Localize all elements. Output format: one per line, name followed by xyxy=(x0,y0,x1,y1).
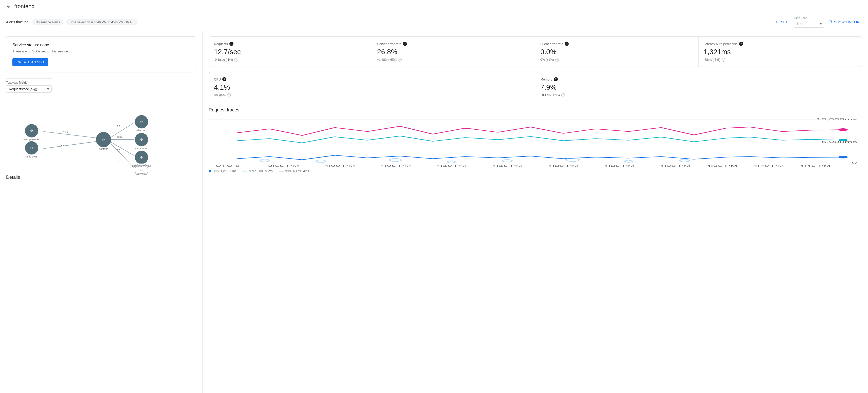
svg-point-41 xyxy=(838,156,848,158)
svg-text:services: services xyxy=(137,173,146,175)
requests-label: Requests xyxy=(214,42,228,46)
svg-text:adservice: adservice xyxy=(136,129,147,132)
svg-text:10,000ms: 10,000ms xyxy=(816,118,857,121)
topology-metric-wrap: Topology Metric Requests/sec (avg) Error… xyxy=(6,79,52,93)
metrics-grid-top: Requests ? 12.7/sec -0.1/sec (-1%) ? Ser… xyxy=(209,36,862,67)
memory-change: +0.17% (+2%) xyxy=(540,93,560,97)
svg-text:frontend: frontend xyxy=(99,148,108,150)
svg-text:loadgenerator: loadgenerator xyxy=(24,138,40,141)
svg-text:12.7: 12.7 xyxy=(63,131,68,134)
svg-text:4:40 PM: 4:40 PM xyxy=(753,164,784,167)
metric-client-error-rate: Client error rate ? 0.0% 0% (+1%) ? xyxy=(535,37,699,67)
svg-text:4:20 PM: 4:20 PM xyxy=(548,164,579,167)
svg-line-10 xyxy=(111,143,134,168)
details-divider xyxy=(6,182,196,182)
request-traces-chart[interactable]: 10,000ms 5,000ms 0 xyxy=(209,117,862,168)
metrics-grid-bottom: CPU ? 4.1% 0% (0%) ? Memory ? 7.9% +0.17… xyxy=(209,72,862,102)
timespan-select[interactable]: 1 hour 6 hours 1 day 1 week xyxy=(794,20,824,28)
timespan-control: Time Span 1 hour 6 hours 1 day 1 week xyxy=(794,17,824,28)
left-panel: Service status: none There are no SLOs s… xyxy=(0,31,203,393)
server-error-change: +1.28% (+5%) xyxy=(377,58,397,62)
latency-50-info-icon[interactable]: ? xyxy=(739,42,743,46)
requests-change: -0.1/sec (-1%) xyxy=(214,58,233,62)
svg-point-49 xyxy=(680,159,689,162)
svg-text:⚙: ⚙ xyxy=(140,155,143,159)
svg-text:4:05 PM: 4:05 PM xyxy=(380,164,411,167)
legend-50pct: 50%: 1,295.36ms xyxy=(209,170,236,173)
timeline-icon: ⏱ xyxy=(828,20,833,24)
show-timeline-label: SHOW TIMELINE xyxy=(834,20,862,24)
svg-point-46 xyxy=(503,159,512,162)
requests-change-help[interactable]: ? xyxy=(235,58,238,62)
server-error-label: Server error rate xyxy=(377,42,401,46)
svg-text:⚙: ⚙ xyxy=(102,138,105,142)
svg-text:-: - xyxy=(118,160,119,163)
metric-latency-50th: Latency 50th percentile ? 1,321ms -68ms … xyxy=(699,37,862,67)
client-error-change: 0% (+1%) xyxy=(540,58,554,62)
svg-text:⚙: ⚙ xyxy=(30,129,33,133)
latency-50-value: 1,321ms xyxy=(704,48,857,56)
svg-text:⚙: ⚙ xyxy=(30,146,33,150)
svg-text:checkoutservice: checkoutservice xyxy=(132,164,151,168)
svg-text:4:35 PM: 4:35 PM xyxy=(706,164,737,167)
client-error-change-help[interactable]: ? xyxy=(555,58,559,62)
svg-text:0.0: 0.0 xyxy=(61,145,65,148)
traces-legend: 50%: 1,295.36ms 95%: 3,888.53ms 99%: 6,1… xyxy=(209,170,862,173)
svg-text:4:10 PM: 4:10 PM xyxy=(436,164,467,167)
back-button[interactable] xyxy=(6,4,11,9)
memory-value: 7.9% xyxy=(540,83,857,91)
server-error-change-help[interactable]: ? xyxy=(398,58,402,62)
svg-point-39 xyxy=(838,128,848,131)
topology-metric-select[interactable]: Requests/sec (avg) Error rate Latency xyxy=(6,85,52,93)
svg-text:UTC-8: UTC-8 xyxy=(215,164,240,167)
svg-text:+5: +5 xyxy=(140,169,143,172)
client-error-label: Client error rate xyxy=(540,42,563,46)
requests-value: 12.7/sec xyxy=(214,48,367,56)
reset-button[interactable]: RESET xyxy=(776,20,788,24)
show-timeline-button[interactable]: ⏱ SHOW TIMELINE xyxy=(828,20,862,24)
metric-requests: Requests ? 12.7/sec -0.1/sec (-1%) ? xyxy=(209,37,372,67)
memory-change-help[interactable]: ? xyxy=(561,93,565,97)
svg-line-4 xyxy=(111,123,134,138)
create-slo-button[interactable]: CREATE AN SLO xyxy=(12,58,48,66)
metric-server-error-rate: Server error rate ? 26.8% +1.28% (+5%) ? xyxy=(372,37,535,67)
cpu-change: 0% (0%) xyxy=(214,93,226,97)
alerts-timeline-label: Alerts timeline xyxy=(6,20,28,24)
svg-point-45 xyxy=(448,161,455,163)
svg-line-8 xyxy=(111,142,134,156)
svg-text:4:30 PM: 4:30 PM xyxy=(660,164,691,167)
svg-text:⚙: ⚙ xyxy=(140,120,143,124)
memory-info-icon[interactable]: ? xyxy=(554,77,558,81)
time-selection-badge: Time selection is 3:46 PM to 4:46 PM GMT… xyxy=(66,19,137,25)
cpu-label: CPU xyxy=(214,78,221,81)
legend-95-label: 95%: 3,888.53ms xyxy=(249,170,273,173)
legend-50-label: 50%: 1,295.36ms xyxy=(213,170,236,173)
svg-text:3:55 PM: 3:55 PM xyxy=(268,164,299,167)
server-error-info-icon[interactable]: ? xyxy=(403,42,407,46)
right-panel: Requests ? 12.7/sec -0.1/sec (-1%) ? Ser… xyxy=(203,31,868,393)
metric-memory: Memory ? 7.9% +0.17% (+2%) ? xyxy=(535,72,862,102)
svg-point-42 xyxy=(260,159,270,162)
legend-95pct: 95%: 3,888.53ms xyxy=(242,170,273,173)
legend-50-dot xyxy=(209,170,211,173)
alerts-bar: Alerts timeline No service alerts Time s… xyxy=(0,13,868,31)
svg-line-2 xyxy=(43,142,96,149)
cpu-change-help[interactable]: ? xyxy=(227,93,231,97)
client-error-info-icon[interactable]: ? xyxy=(565,42,569,46)
timespan-label: Time Span xyxy=(794,17,824,20)
legend-95-line xyxy=(242,171,247,172)
svg-text:4:25 PM: 4:25 PM xyxy=(603,164,635,167)
memory-label: Memory xyxy=(540,78,552,81)
svg-point-48 xyxy=(625,160,632,162)
svg-rect-40 xyxy=(839,139,847,141)
svg-text:5.3: 5.3 xyxy=(117,125,120,128)
legend-99pct: 99%: 6,179.84ms xyxy=(279,170,309,173)
latency-50-change: -68ms (-5%) xyxy=(704,58,720,62)
no-alerts-badge: No service alerts xyxy=(32,19,63,25)
latency-50-change-help[interactable]: ? xyxy=(722,58,725,62)
svg-point-43 xyxy=(316,160,326,162)
svg-text:4:45 PM: 4:45 PM xyxy=(799,164,831,167)
cpu-info-icon[interactable]: ? xyxy=(222,77,226,81)
requests-info-icon[interactable]: ? xyxy=(229,42,234,46)
main-content: Service status: none There are no SLOs s… xyxy=(0,31,868,393)
